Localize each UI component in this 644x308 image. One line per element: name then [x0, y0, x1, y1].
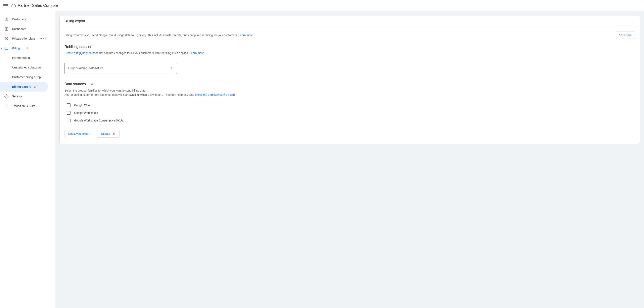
annotation-marker: 4: [90, 82, 94, 86]
sidebar-item-label: Unassigned subaccou...: [12, 66, 43, 69]
deactivate-export-button[interactable]: Deactivate export: [64, 130, 94, 137]
update-button[interactable]: Update 5: [97, 130, 120, 138]
sidebar-item-label: Partner billing: [12, 56, 30, 59]
option-label: Google Workspace: [74, 111, 98, 114]
dataset-id-input[interactable]: [64, 63, 177, 74]
card-header: Billing export: [60, 15, 640, 27]
rebilling-description: Create a BigQuery dataset that captures …: [64, 51, 635, 55]
svg-point-5: [6, 96, 7, 97]
option-label: Google Cloud: [74, 104, 92, 107]
sidebar-item-label: Settings: [12, 95, 22, 98]
data-sources-options: Google Cloud Google Workspace Google Wor…: [64, 101, 635, 124]
education-icon: [619, 33, 623, 37]
create-bigquery-dataset-link[interactable]: Create a BigQuery dataset: [64, 51, 98, 55]
learn-button[interactable]: Learn: [616, 31, 635, 39]
option-label: Google Workspace Consumptive SKUs: [74, 119, 123, 122]
data-sources-heading: Data sources: [64, 82, 86, 86]
sidebar-item-customers[interactable]: Customers: [0, 14, 55, 24]
sidebar-item-transition-gsuite[interactable]: Transition G Suite: [0, 101, 55, 111]
rebilling-learn-more-link[interactable]: Learn more: [190, 51, 204, 55]
caret-down-icon: ▾: [1, 47, 2, 49]
svg-point-1: [6, 18, 7, 19]
option-google-workspace[interactable]: Google Workspace: [64, 109, 635, 117]
checkbox[interactable]: [67, 103, 70, 107]
troubleshooting-guide-link[interactable]: check the troubleshooting guide: [195, 93, 235, 96]
arrow-right-icon: [4, 104, 9, 108]
svg-rect-4: [5, 47, 8, 49]
annotation-marker: 2: [33, 85, 37, 88]
sidebar-item-billing[interactable]: ▾ Billing 1: [0, 43, 55, 53]
dashboard-icon: [4, 26, 9, 31]
top-bar: Partner Sales Console: [0, 0, 644, 11]
data-sources-desc-line2: After enabling export for the first time…: [64, 93, 635, 97]
sidebar-item-label: Billing export: [12, 85, 31, 88]
sidebar-sub-unassigned-subaccounts[interactable]: Unassigned subaccou...: [0, 63, 55, 72]
annotation-marker: 1: [26, 46, 29, 50]
data-sources-desc-line1: Select the product families for which yo…: [64, 88, 635, 93]
annotation-marker: 5: [112, 132, 116, 136]
sidebar-sub-partner-billing[interactable]: Partner billing: [0, 53, 55, 63]
offer-icon: [4, 36, 9, 41]
billing-export-card: Billing export Billing export lets you s…: [60, 15, 640, 144]
rebilling-section: Rebilling dataset Create a BigQuery data…: [64, 45, 635, 74]
sidebar-sub-billing-export[interactable]: Billing export 2: [0, 82, 48, 92]
page-title: Billing export: [64, 19, 85, 23]
sidebar-item-private-offers[interactable]: Private offer plans NEW: [0, 34, 55, 43]
rebilling-heading: Rebilling dataset: [64, 45, 635, 49]
sidebar-item-dashboard[interactable]: Dashboard: [0, 24, 55, 34]
menu-icon[interactable]: [3, 3, 8, 8]
main-content: Billing export Billing export lets you s…: [56, 11, 644, 308]
annotation-marker: 3: [170, 66, 173, 70]
app-title: Partner Sales Console: [18, 3, 58, 8]
checkbox[interactable]: [67, 119, 70, 122]
brand: Partner Sales Console: [11, 3, 58, 8]
intro-learn-more-link[interactable]: Learn more: [238, 33, 253, 37]
sidebar: Customers Dashboard Private offer plans …: [0, 11, 56, 308]
gear-icon: [4, 94, 9, 99]
option-google-cloud[interactable]: Google Cloud: [64, 101, 635, 109]
new-badge: NEW: [39, 37, 46, 40]
sidebar-sub-customer-billing-reporting[interactable]: Customer billing & rep...: [0, 72, 55, 82]
customers-icon: [4, 17, 9, 22]
checkbox[interactable]: [67, 111, 70, 115]
sidebar-item-label: Dashboard: [12, 27, 26, 30]
sidebar-item-settings[interactable]: Settings: [0, 92, 55, 101]
cloud-logo-icon: [11, 3, 16, 8]
sidebar-item-label: Customer billing & rep...: [12, 75, 43, 79]
option-google-workspace-consumptive[interactable]: Google Workspace Consumptive SKUs: [64, 117, 635, 124]
sidebar-item-label: Customers: [12, 18, 26, 21]
sidebar-item-label: Private offer plans: [12, 37, 36, 40]
billing-icon: [4, 46, 9, 51]
sidebar-item-label: Billing: [12, 46, 20, 50]
action-buttons: Deactivate export Update 5: [64, 130, 635, 138]
intro-description: Billing export lets you send Google Clou…: [64, 33, 253, 37]
sidebar-item-label: Transition G Suite: [12, 104, 35, 108]
data-sources-section: Data sources 4 Select the product famili…: [64, 82, 635, 124]
